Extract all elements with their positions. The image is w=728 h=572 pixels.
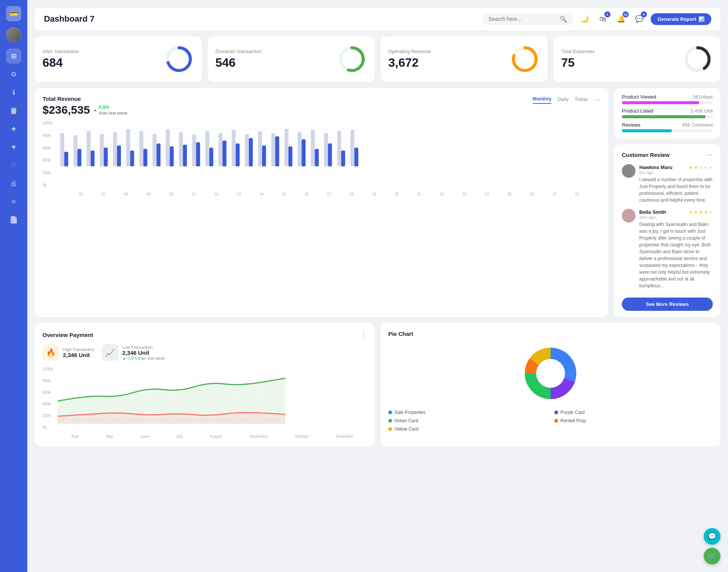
star-0-1: ★ <box>694 165 698 170</box>
cart-float-button[interactable]: 🛒 <box>704 548 720 564</box>
sidebar-item-reports[interactable]: 📋 <box>6 103 21 118</box>
pie-content: Sale Properties Purple Card Green Card R… <box>388 343 713 432</box>
metric-header-2: Reviews 456 Comment <box>622 122 713 128</box>
metric-fill-0 <box>622 101 699 104</box>
sidebar-item-dashboard[interactable]: ⊞ <box>6 49 21 64</box>
review-title: Customer Review <box>622 152 670 158</box>
metric-bar-2 <box>622 129 713 132</box>
tab-today[interactable]: Today <box>574 96 588 103</box>
stat-donut-3 <box>682 44 713 74</box>
pie-card: Pie Chart Sale Properties Purple Card Gr… <box>381 323 720 446</box>
legend-item-2: Green Card <box>388 418 547 423</box>
revenue-trend: ▲ 0,8% than last week <box>93 105 127 115</box>
svg-rect-43 <box>249 138 253 166</box>
revenue-card: Total Revenue $236,535 ▲ 0,8% than last … <box>35 88 608 317</box>
svg-rect-49 <box>289 146 292 166</box>
svg-rect-35 <box>196 142 200 166</box>
bell-badge: 12 <box>623 11 629 17</box>
reviewer-avatar-1 <box>622 209 635 223</box>
chat-float-button[interactable]: 💬 <box>704 528 720 545</box>
svg-rect-57 <box>341 150 345 166</box>
star-1-0: ★ <box>689 210 693 215</box>
svg-rect-21 <box>104 148 108 167</box>
sidebar-item-likes[interactable]: ♥ <box>6 139 21 155</box>
svg-rect-36 <box>206 131 209 167</box>
high-transaction-stat: 🔥 High Transaction 2,346 Unit <box>42 344 94 361</box>
user-avatar[interactable] <box>6 27 21 42</box>
svg-rect-42 <box>245 134 249 166</box>
legend-label-3: Rented Prop <box>560 418 586 423</box>
sidebar-item-info[interactable]: ℹ <box>6 85 21 100</box>
revenue-tabs: Monthly Daily Today ⋯ <box>533 96 601 104</box>
tab-daily[interactable]: Daily <box>557 96 568 103</box>
reviewer-time-0: 5m ago <box>639 170 713 175</box>
sidebar-item-print[interactable]: 🖨 <box>6 176 21 191</box>
stat-info-3: Total Expenses 75 <box>561 49 595 70</box>
svg-rect-19 <box>91 150 94 166</box>
cart-icon-btn[interactable]: 🛍 2 <box>596 12 610 26</box>
metric-fill-2 <box>622 129 672 132</box>
svg-rect-31 <box>170 146 174 166</box>
search-input[interactable] <box>488 16 557 22</box>
svg-rect-54 <box>324 133 328 166</box>
sidebar-item-menu[interactable]: ≡ <box>6 194 21 209</box>
star-1-1: ★ <box>694 210 698 215</box>
main-content: Dashboard 7 🔍 🌙 🛍 2 🔔 12 💬 5 Generate Re… <box>27 0 728 572</box>
tab-monthly[interactable]: Monthly <box>533 96 552 104</box>
bar-chart-area: 1000k800k600k400k200k0k 0607080910111213… <box>42 121 601 196</box>
svg-rect-45 <box>262 146 266 166</box>
svg-rect-14 <box>60 133 64 166</box>
svg-rect-51 <box>301 139 305 167</box>
review-info-0: Hawkins Maru ★★★★★ 5m ago I viewed a num… <box>639 164 713 204</box>
payment-more-btn[interactable]: ⋮ <box>360 331 367 339</box>
review-more-btn[interactable]: ⋯ <box>706 150 713 159</box>
sidebar-logo[interactable]: 💳 <box>6 6 21 21</box>
review-card-header: Customer Review ⋯ <box>622 150 713 159</box>
sidebar-item-favorites[interactable]: ★ <box>6 121 21 136</box>
legend-dot-4 <box>388 427 392 431</box>
sidebar-item-docs[interactable]: 📄 <box>6 212 21 227</box>
metric-fill-1 <box>622 115 706 118</box>
message-icon-btn[interactable]: 💬 5 <box>632 12 646 26</box>
low-transaction-icon: 📈 <box>102 344 119 361</box>
generate-report-button[interactable]: Generate Report 📊 <box>651 13 711 25</box>
reviewer-time-1: 20m ago <box>639 215 713 219</box>
legend-label-2: Green Card <box>394 418 418 423</box>
legend-item-1: Purple Card <box>554 410 713 415</box>
legend-label-0: Sale Properties <box>394 410 425 415</box>
stats-row: Inter. transaction 684 Domestic transact… <box>35 36 720 82</box>
reviewer-name-1: Bella Smith <box>639 209 666 215</box>
svg-rect-25 <box>130 150 134 166</box>
svg-rect-22 <box>113 132 117 166</box>
reviewer-avatar-0 <box>622 164 635 178</box>
star-0-3: ★ <box>704 165 708 170</box>
stat-donut-1 <box>337 44 367 74</box>
sidebar-item-settings[interactable]: ⚙ <box>6 67 21 82</box>
svg-rect-37 <box>209 148 213 167</box>
svg-rect-38 <box>218 133 222 166</box>
msg-badge: 5 <box>641 11 647 17</box>
more-options-btn[interactable]: ⋯ <box>594 96 601 104</box>
svg-rect-33 <box>183 145 187 166</box>
dark-mode-toggle[interactable]: 🌙 <box>578 12 592 26</box>
pie-legend: Sale Properties Purple Card Green Card R… <box>388 410 713 432</box>
svg-rect-41 <box>236 144 240 167</box>
review-item-0: Hawkins Maru ★★★★★ 5m ago I viewed a num… <box>622 164 713 204</box>
metric-value-2: 456 Comment <box>682 122 713 128</box>
revenue-header: Total Revenue $236,535 ▲ 0,8% than last … <box>42 96 601 116</box>
high-transaction-icon: 🔥 <box>42 344 59 361</box>
see-more-reviews-button[interactable]: See More Reviews <box>622 298 713 311</box>
bell-icon-btn[interactable]: 🔔 12 <box>614 12 628 26</box>
svg-rect-53 <box>315 149 318 166</box>
search-icon[interactable]: 🔍 <box>560 16 567 23</box>
svg-rect-23 <box>117 146 121 166</box>
header: Dashboard 7 🔍 🌙 🛍 2 🔔 12 💬 5 Generate Re… <box>35 8 720 30</box>
stat-card-2: Operating Revenue 3,672 <box>381 36 548 82</box>
page-title: Dashboard 7 <box>44 14 94 24</box>
sidebar-item-health[interactable]: ♡ <box>6 158 21 173</box>
bar-chart-svg <box>58 121 601 189</box>
star-1-3: ★ <box>704 210 708 215</box>
metric-name-2: Reviews <box>622 122 640 128</box>
legend-label-4: Yellow Card <box>394 426 419 432</box>
payment-header: Overview Payment ⋮ <box>42 331 367 339</box>
